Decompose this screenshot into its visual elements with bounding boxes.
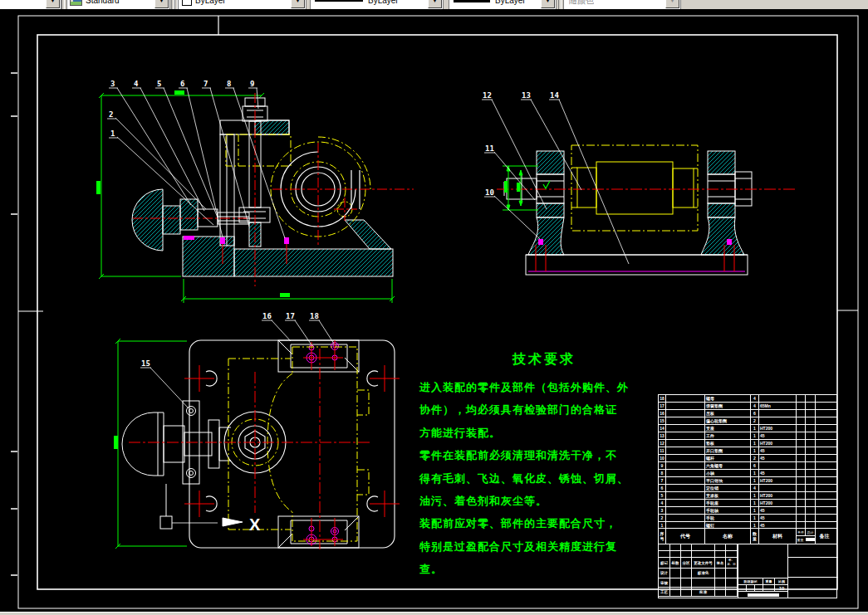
chevron-down-icon[interactable]: ▼ (154, 0, 169, 8)
lineweight-combo-value: ByLayer (495, 0, 526, 5)
drawing-name-box (738, 544, 788, 578)
front-view[interactable]: 3 4 5 6 7 8 9 2 1 (96, 80, 414, 303)
parts-list-row: 8 小轴 1 45 (659, 470, 836, 477)
chevron-down-icon[interactable]: ▼ (541, 0, 555, 8)
plan-view[interactable]: X 16 17 18 15 (114, 312, 400, 549)
parts-list-row: 18 螺母 4 (659, 395, 836, 403)
top-toolbar: ▼ Standard ▼ ByLayer ▼ ByLayer ▼ ByLayer… (0, 0, 868, 9)
parts-list-row: 7 平口钳块 1 HT200 (659, 477, 836, 485)
plotstyle-control-combo: 随颜色 ▼ (563, 0, 681, 9)
header-no: 序号 (659, 529, 666, 544)
color-swatch-icon (182, 0, 192, 6)
header-qty: 数量 (751, 529, 759, 544)
callout-11: 11 (485, 144, 494, 153)
section-label-x: X (249, 515, 261, 534)
linetype-control-combo[interactable]: ByLayer ▼ (310, 0, 444, 9)
tech-req-line: 零件在装配前必须清理和清洗干净，不 (419, 444, 669, 466)
parts-list-row: 13 工件 1 45 (659, 432, 836, 440)
revision-table: 标记处数分区 更改文件号签名年、月、日 设计标准化 审核 工艺批准 (659, 544, 738, 598)
chevron-down-icon: ▼ (665, 0, 679, 8)
callout-13: 13 (522, 91, 531, 100)
color-combo-value: ByLayer (195, 0, 226, 5)
parts-list-row: 10 螺杆 2 45 (659, 455, 836, 462)
header-note: 备注 (816, 529, 833, 544)
callout-15: 15 (141, 359, 150, 368)
callout-6: 6 (180, 80, 184, 88)
tech-req-line: 协件），均必须具有检验部门的合格证 (419, 398, 669, 421)
parts-list-row: 6 定位销 4 (659, 485, 836, 492)
tech-req-line: 特别是过盈配合尺寸及相关精度进行复 (419, 535, 669, 558)
callout-17: 17 (286, 312, 295, 320)
technical-requirements[interactable]: 技术要求 进入装配的零件及部件（包括外购件、外协件），均必须具有检验部门的合格证… (419, 351, 669, 581)
title-block[interactable]: 标记处数分区 更改文件号签名年、月、日 设计标准化 审核 工艺批准 阶段标记 重… (658, 544, 837, 598)
title-block-right (788, 544, 838, 598)
linetype-combo-value: ByLayer (368, 0, 399, 5)
style-icon (70, 0, 82, 6)
callout-3: 3 (110, 80, 115, 88)
callout-16: 16 (262, 312, 272, 320)
scale-value: 10 (775, 585, 788, 591)
tech-req-body: 进入装配的零件及部件（包括外购件、外协件），均必须具有检验部门的合格证方能进行装… (419, 376, 669, 581)
callout-14: 14 (550, 91, 559, 100)
callout-5: 5 (157, 80, 161, 88)
parts-list-row: 11 开口垫圈 1 45 (659, 447, 836, 455)
drawing-number-box (788, 558, 838, 578)
callout-10: 10 (485, 188, 494, 197)
drawing-canvas[interactable]: 3 4 5 6 7 8 9 2 1 (0, 9, 868, 612)
text-style-combo[interactable]: Standard ▼ (66, 0, 170, 9)
parts-list-row: 14 支座 1 HT200 (659, 425, 836, 432)
cad-application-window: { "toolbar": { "style_label": "Standard"… (0, 0, 868, 615)
header-unit-total: 单件 总计 重量 (797, 529, 816, 544)
chevron-down-icon[interactable]: ▼ (428, 0, 442, 8)
callout-1: 1 (110, 129, 115, 138)
callout-2: 2 (109, 110, 113, 119)
side-view[interactable]: 12 13 14 11 10 (482, 91, 797, 275)
chevron-down-icon[interactable]: ▼ (291, 0, 305, 8)
toolbar-separator (61, 0, 65, 9)
callout-8: 8 (227, 80, 231, 88)
callout-9: 9 (250, 80, 254, 88)
color-control-combo[interactable]: ByLayer ▼ (178, 0, 306, 9)
tech-req-line: 方能进行装配。 (419, 422, 669, 444)
parts-list-row: 3 手轮轴 1 45 (659, 507, 836, 515)
lineweight-control-combo[interactable]: ByLayer ▼ (449, 0, 557, 9)
company-box (788, 544, 838, 558)
layer-combo[interactable]: ▼ (0, 0, 61, 9)
drawing-title-blob (748, 593, 779, 597)
parts-list-row: 17 弹簧垫圈 4 65Mn (659, 403, 836, 410)
tech-req-line: 进入装配的零件及部件（包括外购件、外 (419, 376, 669, 398)
style-combo-value: Standard (86, 0, 120, 5)
header-name: 名称 (705, 529, 751, 544)
tech-req-line: 装配前应对零、部件的主要配合尺寸， (419, 512, 669, 534)
plotstyle-combo-value: 随颜色 (569, 0, 594, 7)
callout-18: 18 (310, 312, 319, 320)
parts-list-table[interactable]: 18 螺母 4 17 弹簧垫圈 4 65Mn 16 (658, 394, 837, 529)
callout-4: 4 (134, 80, 139, 88)
header-mat: 材料 (759, 529, 797, 544)
toolbar-separator (558, 0, 562, 9)
header-code: 代号 (666, 529, 705, 544)
tech-req-title: 技术要求 (419, 351, 669, 369)
parts-list-row: 9 六角螺母 6 (659, 462, 836, 470)
tech-req-line: 查。 (419, 558, 669, 580)
linetype-icon (315, 0, 363, 2)
lineweight-icon (454, 0, 490, 2)
callout-7: 7 (204, 80, 208, 88)
parts-list-header: 序号 代号 名称 数量 材料 单件 总计 重量 备注 (658, 529, 837, 544)
title-block-middle: 阶段标记 重量 比例 10 (738, 544, 788, 598)
parts-list-row: 5 支承板 1 HT200 (659, 492, 836, 500)
tech-req-line: 油污、着色剂和灰尘等。 (419, 490, 669, 512)
parts-list-row: 4 手轮座 1 HT200 (659, 500, 836, 507)
parts-list-row: 15 偏心轮垫圈 2 (659, 417, 836, 425)
tech-req-line: 得有毛刺、飞边、氧化皮、锈蚀、切屑、 (419, 467, 669, 490)
parts-list-row: 16 压板 6 (659, 410, 836, 417)
parts-list-row: 2 手轮 1 45 (659, 515, 836, 522)
parts-list-row: 12 垫板 1 HT200 (659, 440, 836, 447)
command-line-edge[interactable] (0, 612, 868, 615)
chevron-down-icon[interactable]: ▼ (46, 0, 60, 8)
callout-12: 12 (483, 91, 492, 100)
weight-value-blob (806, 538, 815, 541)
extra-box (788, 578, 838, 598)
